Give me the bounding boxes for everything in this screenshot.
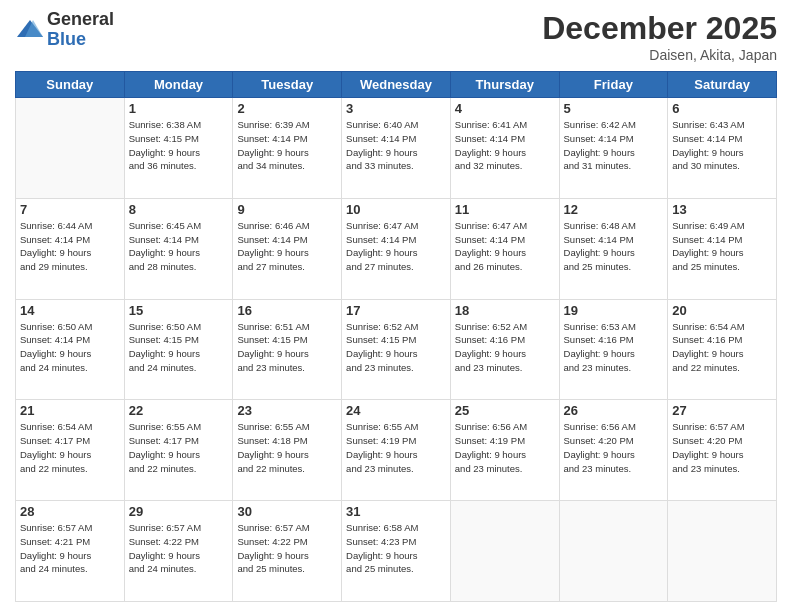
- day-info: Sunrise: 6:42 AMSunset: 4:14 PMDaylight:…: [564, 118, 664, 173]
- calendar-day-cell: 22Sunrise: 6:55 AMSunset: 4:17 PMDayligh…: [124, 400, 233, 501]
- calendar-day-cell: 19Sunrise: 6:53 AMSunset: 4:16 PMDayligh…: [559, 299, 668, 400]
- day-number: 8: [129, 202, 229, 217]
- day-info: Sunrise: 6:52 AMSunset: 4:15 PMDaylight:…: [346, 320, 446, 375]
- day-info: Sunrise: 6:44 AMSunset: 4:14 PMDaylight:…: [20, 219, 120, 274]
- day-info: Sunrise: 6:55 AMSunset: 4:19 PMDaylight:…: [346, 420, 446, 475]
- day-info: Sunrise: 6:46 AMSunset: 4:14 PMDaylight:…: [237, 219, 337, 274]
- day-number: 22: [129, 403, 229, 418]
- weekday-header: Friday: [559, 72, 668, 98]
- calendar-day-cell: 29Sunrise: 6:57 AMSunset: 4:22 PMDayligh…: [124, 501, 233, 602]
- day-number: 18: [455, 303, 555, 318]
- day-number: 11: [455, 202, 555, 217]
- day-number: 3: [346, 101, 446, 116]
- calendar-day-cell: 4Sunrise: 6:41 AMSunset: 4:14 PMDaylight…: [450, 98, 559, 199]
- calendar-day-cell: 18Sunrise: 6:52 AMSunset: 4:16 PMDayligh…: [450, 299, 559, 400]
- day-info: Sunrise: 6:57 AMSunset: 4:22 PMDaylight:…: [129, 521, 229, 576]
- day-info: Sunrise: 6:47 AMSunset: 4:14 PMDaylight:…: [455, 219, 555, 274]
- calendar-day-cell: 9Sunrise: 6:46 AMSunset: 4:14 PMDaylight…: [233, 198, 342, 299]
- calendar-day-cell: 13Sunrise: 6:49 AMSunset: 4:14 PMDayligh…: [668, 198, 777, 299]
- day-info: Sunrise: 6:57 AMSunset: 4:20 PMDaylight:…: [672, 420, 772, 475]
- calendar-day-cell: 17Sunrise: 6:52 AMSunset: 4:15 PMDayligh…: [342, 299, 451, 400]
- day-number: 26: [564, 403, 664, 418]
- weekday-header: Tuesday: [233, 72, 342, 98]
- calendar-day-cell: [559, 501, 668, 602]
- calendar-day-cell: 2Sunrise: 6:39 AMSunset: 4:14 PMDaylight…: [233, 98, 342, 199]
- day-number: 31: [346, 504, 446, 519]
- day-number: 12: [564, 202, 664, 217]
- calendar-day-cell: 14Sunrise: 6:50 AMSunset: 4:14 PMDayligh…: [16, 299, 125, 400]
- weekday-header: Saturday: [668, 72, 777, 98]
- day-info: Sunrise: 6:57 AMSunset: 4:22 PMDaylight:…: [237, 521, 337, 576]
- day-info: Sunrise: 6:53 AMSunset: 4:16 PMDaylight:…: [564, 320, 664, 375]
- calendar-week-row: 7Sunrise: 6:44 AMSunset: 4:14 PMDaylight…: [16, 198, 777, 299]
- day-number: 10: [346, 202, 446, 217]
- day-number: 16: [237, 303, 337, 318]
- header: General Blue December 2025 Daisen, Akita…: [15, 10, 777, 63]
- day-number: 30: [237, 504, 337, 519]
- calendar-day-cell: 1Sunrise: 6:38 AMSunset: 4:15 PMDaylight…: [124, 98, 233, 199]
- day-number: 24: [346, 403, 446, 418]
- calendar-day-cell: 3Sunrise: 6:40 AMSunset: 4:14 PMDaylight…: [342, 98, 451, 199]
- day-info: Sunrise: 6:55 AMSunset: 4:18 PMDaylight:…: [237, 420, 337, 475]
- calendar-day-cell: 15Sunrise: 6:50 AMSunset: 4:15 PMDayligh…: [124, 299, 233, 400]
- month-title: December 2025: [542, 10, 777, 47]
- day-number: 19: [564, 303, 664, 318]
- day-number: 1: [129, 101, 229, 116]
- page-container: General Blue December 2025 Daisen, Akita…: [0, 0, 792, 612]
- calendar-day-cell: [16, 98, 125, 199]
- calendar-header-row: SundayMondayTuesdayWednesdayThursdayFrid…: [16, 72, 777, 98]
- calendar-day-cell: 20Sunrise: 6:54 AMSunset: 4:16 PMDayligh…: [668, 299, 777, 400]
- day-number: 4: [455, 101, 555, 116]
- day-info: Sunrise: 6:57 AMSunset: 4:21 PMDaylight:…: [20, 521, 120, 576]
- calendar-week-row: 28Sunrise: 6:57 AMSunset: 4:21 PMDayligh…: [16, 501, 777, 602]
- weekday-header: Wednesday: [342, 72, 451, 98]
- day-info: Sunrise: 6:39 AMSunset: 4:14 PMDaylight:…: [237, 118, 337, 173]
- calendar-day-cell: 23Sunrise: 6:55 AMSunset: 4:18 PMDayligh…: [233, 400, 342, 501]
- calendar-day-cell: 21Sunrise: 6:54 AMSunset: 4:17 PMDayligh…: [16, 400, 125, 501]
- calendar-day-cell: 30Sunrise: 6:57 AMSunset: 4:22 PMDayligh…: [233, 501, 342, 602]
- calendar-day-cell: 12Sunrise: 6:48 AMSunset: 4:14 PMDayligh…: [559, 198, 668, 299]
- day-number: 7: [20, 202, 120, 217]
- day-info: Sunrise: 6:54 AMSunset: 4:17 PMDaylight:…: [20, 420, 120, 475]
- day-number: 9: [237, 202, 337, 217]
- title-section: December 2025 Daisen, Akita, Japan: [542, 10, 777, 63]
- day-number: 15: [129, 303, 229, 318]
- calendar-week-row: 21Sunrise: 6:54 AMSunset: 4:17 PMDayligh…: [16, 400, 777, 501]
- day-info: Sunrise: 6:49 AMSunset: 4:14 PMDaylight:…: [672, 219, 772, 274]
- calendar-day-cell: 27Sunrise: 6:57 AMSunset: 4:20 PMDayligh…: [668, 400, 777, 501]
- day-number: 25: [455, 403, 555, 418]
- day-number: 28: [20, 504, 120, 519]
- day-info: Sunrise: 6:52 AMSunset: 4:16 PMDaylight:…: [455, 320, 555, 375]
- day-info: Sunrise: 6:40 AMSunset: 4:14 PMDaylight:…: [346, 118, 446, 173]
- calendar-day-cell: 16Sunrise: 6:51 AMSunset: 4:15 PMDayligh…: [233, 299, 342, 400]
- day-number: 21: [20, 403, 120, 418]
- weekday-header: Sunday: [16, 72, 125, 98]
- logo-text: General Blue: [47, 10, 114, 50]
- calendar-day-cell: [450, 501, 559, 602]
- day-number: 13: [672, 202, 772, 217]
- day-number: 2: [237, 101, 337, 116]
- day-number: 29: [129, 504, 229, 519]
- day-info: Sunrise: 6:38 AMSunset: 4:15 PMDaylight:…: [129, 118, 229, 173]
- day-info: Sunrise: 6:47 AMSunset: 4:14 PMDaylight:…: [346, 219, 446, 274]
- day-info: Sunrise: 6:56 AMSunset: 4:19 PMDaylight:…: [455, 420, 555, 475]
- calendar-day-cell: 31Sunrise: 6:58 AMSunset: 4:23 PMDayligh…: [342, 501, 451, 602]
- calendar-day-cell: 24Sunrise: 6:55 AMSunset: 4:19 PMDayligh…: [342, 400, 451, 501]
- calendar-day-cell: 28Sunrise: 6:57 AMSunset: 4:21 PMDayligh…: [16, 501, 125, 602]
- calendar-week-row: 14Sunrise: 6:50 AMSunset: 4:14 PMDayligh…: [16, 299, 777, 400]
- day-number: 20: [672, 303, 772, 318]
- calendar-day-cell: 6Sunrise: 6:43 AMSunset: 4:14 PMDaylight…: [668, 98, 777, 199]
- day-number: 5: [564, 101, 664, 116]
- calendar-day-cell: 26Sunrise: 6:56 AMSunset: 4:20 PMDayligh…: [559, 400, 668, 501]
- logo-blue: Blue: [47, 30, 114, 50]
- day-info: Sunrise: 6:51 AMSunset: 4:15 PMDaylight:…: [237, 320, 337, 375]
- day-info: Sunrise: 6:50 AMSunset: 4:15 PMDaylight:…: [129, 320, 229, 375]
- logo: General Blue: [15, 10, 114, 50]
- day-info: Sunrise: 6:41 AMSunset: 4:14 PMDaylight:…: [455, 118, 555, 173]
- calendar-week-row: 1Sunrise: 6:38 AMSunset: 4:15 PMDaylight…: [16, 98, 777, 199]
- calendar-day-cell: [668, 501, 777, 602]
- calendar-day-cell: 5Sunrise: 6:42 AMSunset: 4:14 PMDaylight…: [559, 98, 668, 199]
- subtitle: Daisen, Akita, Japan: [542, 47, 777, 63]
- day-info: Sunrise: 6:56 AMSunset: 4:20 PMDaylight:…: [564, 420, 664, 475]
- day-info: Sunrise: 6:54 AMSunset: 4:16 PMDaylight:…: [672, 320, 772, 375]
